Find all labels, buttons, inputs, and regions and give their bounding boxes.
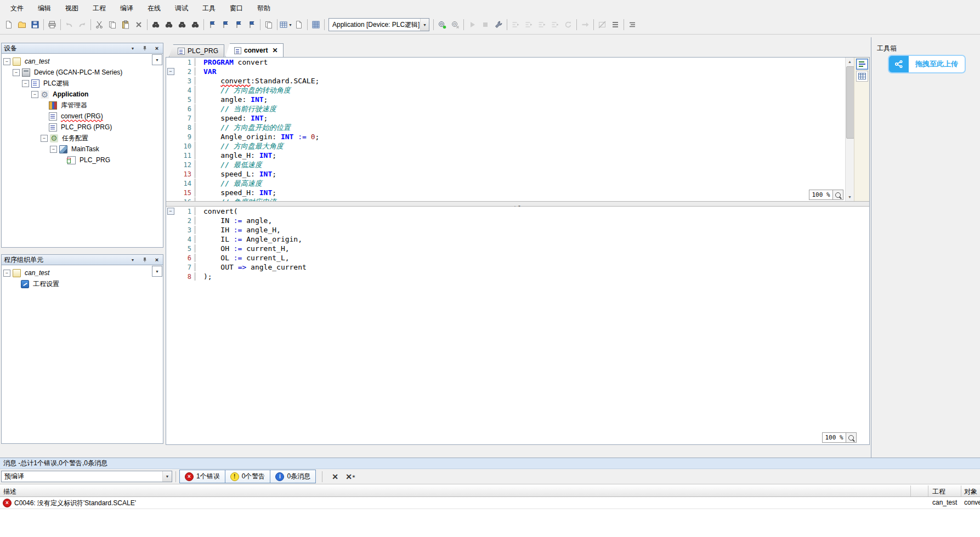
devices-panel-pin-icon[interactable]	[141, 44, 149, 52]
devices-panel-close-icon[interactable]: ×	[153, 44, 161, 52]
implementation-editor[interactable]: −1convert(2 IN := angle,3 IH := angle_H,…	[166, 207, 869, 444]
new-file-button[interactable]	[2, 18, 15, 31]
menu-item-0[interactable]: 文件	[3, 2, 31, 15]
code-line-4[interactable]: 4 IL := Angle_origin,	[166, 235, 869, 244]
step-into-button[interactable]	[522, 18, 535, 31]
run-to-cursor-button[interactable]	[548, 18, 562, 31]
code-line-10[interactable]: 10 // 方向盘最大角度	[166, 141, 845, 151]
tree-item-application[interactable]: −⚙Application	[2, 89, 163, 100]
tree-item-convert-prg-[interactable]: convert (PRG)	[2, 111, 163, 122]
build-button[interactable]	[309, 18, 322, 31]
code-line-6[interactable]: 6 // 当前行驶速度	[166, 104, 845, 113]
tab-plc-prg[interactable]: PLC_PRG	[169, 44, 224, 57]
clear-message-icon[interactable]: ✕	[329, 471, 341, 483]
copy-button[interactable]	[106, 18, 119, 31]
message-category-dropdown[interactable]: 预编译 ▼	[1, 471, 172, 482]
paste-button[interactable]	[119, 18, 132, 31]
error-message-row[interactable]: × C0046: 没有定义标识符'Standard.SCALE' can_tes…	[0, 497, 980, 509]
code-line-7[interactable]: 7 speed: INT;	[166, 113, 845, 123]
errors-toggle-button[interactable]: × 1个错误	[179, 470, 225, 483]
redo-button[interactable]	[76, 18, 89, 31]
collapse-icon[interactable]: −	[22, 80, 29, 87]
step-over-button[interactable]	[509, 18, 522, 31]
display-mode-button[interactable]	[626, 18, 639, 31]
open-project-button[interactable]	[15, 18, 29, 31]
implementation-zoom-icon[interactable]	[846, 432, 857, 443]
code-line-15[interactable]: 15 speed_H: INT;	[166, 188, 845, 197]
fold-collapse-icon[interactable]: −	[167, 208, 174, 215]
tree-item--[interactable]: 库管理器	[2, 100, 163, 111]
text-view-button[interactable]	[856, 59, 868, 70]
print-button[interactable]	[46, 18, 59, 31]
pou-panel-pin-icon[interactable]	[141, 256, 149, 264]
tree-item-device-gcan-plc-m-series-[interactable]: −Device (GCAN-PLC-M Series)	[2, 67, 163, 78]
delete-button[interactable]	[132, 18, 145, 31]
collapse-icon[interactable]: −	[3, 270, 10, 277]
copy-all-button[interactable]	[262, 18, 275, 31]
scroll-up-icon[interactable]: ▲	[846, 58, 854, 66]
scroll-down-icon[interactable]: ▼	[846, 193, 854, 201]
cut-button[interactable]	[93, 18, 106, 31]
implementation-zoom-level[interactable]: 100 %	[822, 432, 846, 443]
code-line-2[interactable]: −2VAR	[166, 67, 845, 76]
stop-button[interactable]	[479, 18, 492, 31]
menu-item-2[interactable]: 视图	[58, 2, 86, 15]
infos-toggle-button[interactable]: i 0条消息	[270, 470, 316, 483]
next-bookmark-button[interactable]	[232, 18, 245, 31]
code-line-8[interactable]: 8 // 方向盘开始的位置	[166, 123, 845, 132]
chevron-down-icon[interactable]: ▼	[162, 471, 172, 482]
menu-item-9[interactable]: 帮助	[250, 2, 277, 15]
tree-item--[interactable]: 工程设置	[2, 278, 163, 289]
code-line-2[interactable]: 2 IN := angle,	[166, 216, 869, 225]
pou-filter-dropdown[interactable]: ▼	[152, 266, 162, 277]
breakpoints-button[interactable]	[609, 18, 622, 31]
active-application-dropdown[interactable]: Application [Device: PLC逻辑]▼	[328, 18, 429, 31]
column-description[interactable]: 描述	[3, 487, 16, 496]
devices-panel-menu-icon[interactable]: ▼	[129, 44, 137, 52]
replace-button[interactable]	[162, 18, 175, 31]
pou-panel-close-icon[interactable]: ×	[153, 256, 161, 264]
chevron-down-icon[interactable]: ▼	[420, 19, 429, 31]
collapse-icon[interactable]: −	[41, 135, 48, 142]
table-view-button[interactable]	[856, 71, 868, 82]
menu-item-3[interactable]: 工程	[86, 2, 113, 15]
menu-item-1[interactable]: 编辑	[31, 2, 58, 15]
code-line-1[interactable]: 1PROGRAM convert	[166, 58, 845, 67]
flow-control-button[interactable]	[596, 18, 609, 31]
replace-in-project-button[interactable]	[189, 18, 202, 31]
menu-item-4[interactable]: 编译	[113, 2, 140, 15]
menu-item-5[interactable]: 在线	[140, 2, 168, 15]
code-line-3[interactable]: 3 IH := angle_H,	[166, 225, 869, 235]
collapse-icon[interactable]: −	[13, 69, 20, 76]
code-line-8[interactable]: 8);	[166, 272, 869, 281]
tab-convert[interactable]: convert ✕	[225, 43, 284, 57]
save-button[interactable]	[29, 18, 42, 31]
code-line-3[interactable]: 3 convert:Standard.SCALE;	[166, 76, 845, 85]
code-line-11[interactable]: 11 angle_H: INT;	[166, 151, 845, 160]
tree-item--[interactable]: −⚙任务配置	[2, 133, 163, 144]
step-out-button[interactable]	[535, 18, 548, 31]
new-page-button[interactable]	[292, 18, 305, 31]
code-line-14[interactable]: 14 // 最高速度	[166, 179, 845, 188]
code-line-13[interactable]: 13 speed_L: INT;	[166, 169, 845, 179]
find-button[interactable]	[149, 18, 162, 31]
tree-item-can_test[interactable]: −can_test	[2, 267, 163, 278]
devices-filter-dropdown[interactable]: ▼	[152, 54, 162, 65]
insert-table-dropdown-button[interactable]: ▼	[279, 18, 292, 31]
collapse-icon[interactable]: −	[3, 58, 10, 65]
code-line-6[interactable]: 6 OL := current_L,	[166, 253, 869, 262]
tree-item-plc_prg-prg-[interactable]: PLC_PRG (PRG)	[2, 122, 163, 133]
start-button[interactable]	[466, 18, 479, 31]
column-object[interactable]: 对象	[964, 487, 977, 496]
fold-collapse-icon[interactable]: −	[167, 68, 174, 75]
code-line-5[interactable]: 5 angle: INT;	[166, 95, 845, 104]
tree-item-plc-[interactable]: −PLC逻辑	[2, 78, 163, 89]
tree-item-plc_prg[interactable]: PLC_PRG	[2, 155, 163, 165]
undo-button[interactable]	[63, 18, 76, 31]
login-button[interactable]	[435, 18, 449, 31]
code-line-7[interactable]: 7 OUT => angle_current	[166, 262, 869, 272]
code-line-1[interactable]: −1convert(	[166, 207, 869, 216]
scrollbar-thumb[interactable]	[846, 66, 854, 139]
pou-panel-menu-icon[interactable]: ▼	[129, 256, 137, 264]
menu-item-8[interactable]: 窗口	[223, 2, 250, 15]
